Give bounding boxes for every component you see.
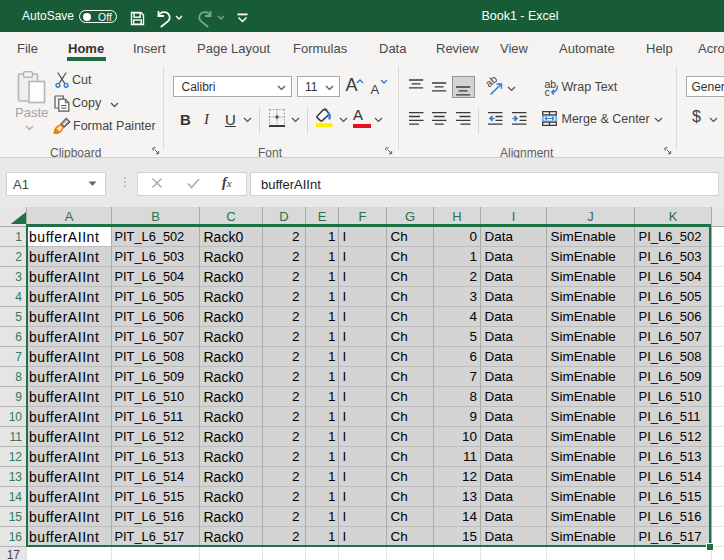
svg-text:c: c <box>544 86 549 97</box>
